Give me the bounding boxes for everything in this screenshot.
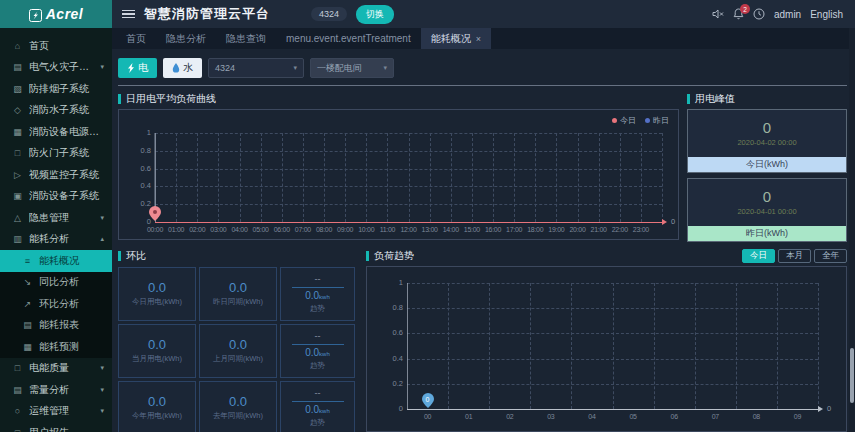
water-toggle-button[interactable]: 水 [163, 58, 202, 78]
language-switch[interactable]: English [810, 9, 843, 20]
trend-value: 0.0kwh [305, 405, 330, 415]
y-axis-tick: 0.6 [393, 330, 403, 338]
sidebar-item-smoke-control-subsystem[interactable]: ▧防排烟子系统 [0, 78, 112, 100]
station-select-value: 4324 [215, 63, 235, 73]
legend-item[interactable]: 昨日 [645, 115, 669, 126]
range-button-today[interactable]: 今日 [742, 249, 775, 263]
peak-title-text: 用电峰值 [695, 92, 735, 106]
scrollbar-thumb[interactable] [850, 348, 854, 403]
username[interactable]: admin [774, 9, 801, 20]
sidebar-subitem-energy-forecast[interactable]: ▦能耗预测 [0, 336, 112, 358]
v-gridline [571, 283, 572, 409]
sidebar-item-video-monitor-subsystem[interactable]: ▷视频监控子系统 [0, 164, 112, 186]
v-gridline [218, 133, 219, 222]
y-axis-tick: 1 [399, 279, 403, 287]
v-gridline [514, 133, 515, 222]
door-icon: □ [12, 148, 23, 158]
x-axis-tick: 06:00 [274, 226, 290, 233]
tab-label: 隐患分析 [166, 32, 206, 46]
x-axis-tick: 00 [424, 413, 431, 420]
tab-hazard-analysis[interactable]: 隐患分析 [156, 28, 216, 49]
fraction-line [292, 344, 344, 345]
sidebar-subitem-mom-analysis[interactable]: ↗环比分析 [0, 293, 112, 315]
v-gridline [303, 133, 304, 222]
x-axis-tick: 01 [465, 413, 472, 420]
comparison-value: 0.0 [229, 338, 247, 351]
range-button-year[interactable]: 全年 [814, 249, 847, 263]
section-marker [118, 251, 121, 261]
v-gridline [641, 133, 642, 222]
sidebar-item-hazard-management[interactable]: △隐患管理▾ [0, 207, 112, 229]
x-axis-tick: 00:00 [147, 226, 163, 233]
clock-icon[interactable] [753, 8, 765, 20]
v-gridline [556, 133, 557, 222]
v-gridline [654, 283, 655, 409]
sidebar-item-user-report[interactable]: □用户报告 [0, 422, 112, 432]
tab-hazard-query[interactable]: 隐患查询 [216, 28, 276, 49]
comparison-value: 0.0 [148, 395, 166, 408]
load-trend-title-text: 负荷趋势 [374, 249, 414, 263]
trend-up-icon: ↗ [22, 299, 33, 309]
sidebar-item-power-quality[interactable]: □电能质量▾ [0, 358, 112, 380]
load-trend-panel: 负荷趋势 今日本月全年 10.80.60.40.2000010203040506… [366, 249, 847, 432]
comparison-label: 今日用电(kWh) [132, 297, 182, 307]
load-trend-chart: 10.80.60.40.200001020304050607080900 [366, 266, 847, 432]
v-gridline [530, 283, 531, 409]
axis-end-label: 0 [827, 404, 831, 413]
y-axis-tick: 1 [147, 129, 151, 137]
notification-badge: 2 [740, 4, 750, 14]
water-drop-icon [172, 63, 180, 73]
axis-arrow-icon [662, 219, 670, 225]
sidebar-item-fire-equipment-subsystem[interactable]: ▣消防设备子系统 [0, 186, 112, 208]
v-gridline [578, 133, 579, 222]
fan-icon: ▧ [12, 84, 23, 94]
sidebar-item-energy-analysis[interactable]: ▥能耗分析▴ [0, 229, 112, 251]
range-button-month[interactable]: 本月 [778, 249, 811, 263]
list-icon: ≡ [22, 256, 33, 266]
sidebar-subitem-energy-report[interactable]: ▤能耗报表 [0, 315, 112, 337]
comparison-card-last-month-same-period: 0.0上月同期(kWh) [199, 324, 277, 378]
v-gridline [472, 133, 473, 222]
comparison-card-month-trend: --0.0kwh趋势 [280, 324, 355, 378]
tab-home[interactable]: 首页 [116, 28, 156, 49]
sidebar-subitem-label: 环比分析 [39, 297, 104, 311]
lightning-icon [127, 63, 135, 73]
folder-icon: △ [12, 213, 23, 223]
sidebar-item-fire-equipment-power-subsystem[interactable]: ▦消防设备电源子系统 [0, 121, 112, 143]
x-axis-tick: 02:00 [189, 226, 205, 233]
comparison-label: 昨日同期(kWh) [213, 297, 263, 307]
sidebar-item-electrical-fire-subsystem[interactable]: ▤电气火灾子系统▾ [0, 57, 112, 79]
tab-energy-overview[interactable]: 能耗概况× [421, 28, 491, 49]
sidebar-item-demand-analysis[interactable]: ▤需量分析▾ [0, 379, 112, 401]
station-select[interactable]: 4324 ▾ [208, 58, 304, 78]
sidebar-item-label: 首页 [29, 39, 104, 53]
chevron-down-icon: ▾ [100, 214, 104, 222]
v-gridline [430, 133, 431, 222]
tab-close-icon[interactable]: × [476, 34, 481, 44]
sidebar-item-ops-management[interactable]: ○运维管理▾ [0, 401, 112, 423]
switch-project-button[interactable]: 切换 [356, 5, 394, 24]
sidebar-item-fire-door-subsystem[interactable]: □防火门子系统 [0, 143, 112, 165]
mute-icon[interactable] [712, 8, 724, 20]
scrollbar-track[interactable] [849, 28, 855, 432]
x-axis-tick: 03 [547, 413, 554, 420]
room-select[interactable]: 一楼配电间 ▾ [310, 58, 394, 78]
x-axis-tick: 05:00 [253, 226, 269, 233]
sidebar-item-home[interactable]: ⌂首页 [0, 35, 112, 57]
tab-event-treatment[interactable]: menu.event.eventTreatment [276, 28, 421, 49]
sidebar-subitem-energy-overview[interactable]: ≡能耗概况 [0, 250, 112, 272]
app-title: 智慧消防管理云平台 [144, 5, 270, 23]
peak-cards: 02020-04-02 00:00今日(kWh)02020-04-01 00:0… [687, 109, 847, 242]
menu-collapse-icon[interactable] [122, 10, 135, 19]
sidebar-item-fire-water-subsystem[interactable]: ◇消防水子系统 [0, 100, 112, 122]
v-gridline [282, 133, 283, 222]
legend-item[interactable]: 今日 [612, 115, 636, 126]
bell-icon[interactable]: 2 [733, 8, 744, 20]
x-axis-tick: 02 [506, 413, 513, 420]
x-axis-tick: 03:00 [210, 226, 226, 233]
chart-legend: 今日昨日 [612, 115, 669, 126]
y-axis-tick: 0.8 [393, 304, 403, 312]
sidebar-subitem-yoy-analysis[interactable]: ↘同比分析 [0, 272, 112, 294]
electric-toggle-button[interactable]: 电 [118, 58, 157, 78]
trend-numerator: -- [315, 275, 321, 284]
